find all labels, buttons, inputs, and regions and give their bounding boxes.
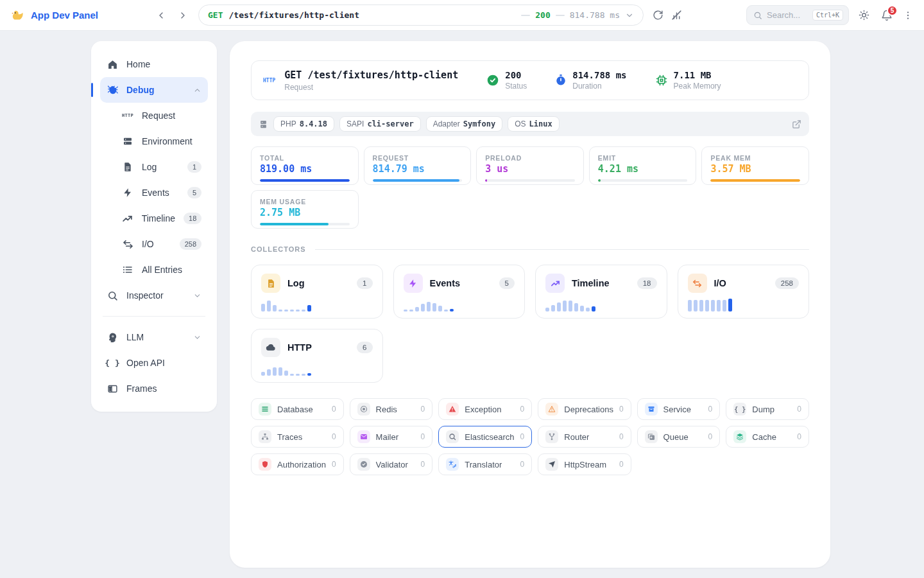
- collector-name: Log: [287, 278, 305, 288]
- pill-database[interactable]: Database 0: [251, 398, 344, 420]
- collector-name: Timeline: [572, 278, 610, 288]
- pill-mailer[interactable]: Mailer 0: [350, 426, 433, 448]
- top-bar: App Dev Panel GET /test/fixtures/http-cl…: [0, 0, 924, 31]
- environment-bar: PHP8.4.18 SAPIcli-server AdapterSymfony …: [251, 112, 809, 136]
- file-text-icon: [122, 162, 133, 172]
- pill-authorization[interactable]: Authorization 0: [251, 453, 344, 475]
- sidebar-badge: 1: [187, 161, 201, 173]
- pill-service[interactable]: Service 0: [637, 398, 721, 420]
- sidebar-item-llm[interactable]: LLM: [100, 324, 208, 350]
- sidebar-item-timeline[interactable]: Timeline 18: [100, 206, 208, 231]
- pill-deprecations[interactable]: Deprecations 0: [538, 398, 631, 420]
- pill-elasticsearch[interactable]: Elasticsearch 0: [438, 426, 532, 448]
- pill-redis[interactable]: Redis 0: [350, 398, 433, 420]
- warning-triangle-icon: [446, 403, 459, 416]
- sidebar-item-request[interactable]: HTTP Request: [100, 103, 208, 128]
- live-updates-off-icon[interactable]: [671, 10, 682, 21]
- sidebar-item-events[interactable]: Events 5: [100, 180, 208, 206]
- metric-label: PRELOAD: [485, 154, 575, 162]
- metric-label: MEM USAGE: [260, 198, 350, 206]
- collector-card-timeline[interactable]: Timeline 18: [535, 265, 667, 319]
- warning-triangle-outline-icon: [545, 403, 558, 416]
- sidebar-item-debug[interactable]: Debug: [100, 77, 208, 103]
- server-icon: [259, 119, 268, 129]
- pill-dump[interactable]: { } Dump 0: [726, 398, 809, 420]
- arrows-left-right-icon: [688, 274, 707, 293]
- collector-card-log[interactable]: Log 1: [251, 265, 383, 319]
- kebab-menu-icon[interactable]: [903, 10, 913, 21]
- env-pill-adapter: AdapterSymfony: [426, 116, 503, 132]
- metric-label: PEAK MEM: [710, 154, 800, 162]
- metric-label: REQUEST: [373, 154, 463, 162]
- sidebar-item-label: Home: [126, 59, 150, 69]
- check-circle-icon: [357, 458, 370, 471]
- file-text-icon: [261, 274, 280, 293]
- search-input[interactable]: Search... Ctrl+K: [746, 5, 849, 25]
- sidebar-badge: 18: [184, 213, 201, 224]
- metric-value: 3 us: [485, 163, 575, 175]
- lightning-icon: [122, 188, 133, 198]
- sidebar-item-all-entries[interactable]: All Entries: [100, 257, 208, 283]
- sidebar-item-label: LLM: [126, 332, 144, 342]
- sidebar-item-inspector[interactable]: Inspector: [100, 283, 208, 308]
- theme-toggle-sun-icon[interactable]: [859, 10, 869, 21]
- sidebar-divider: [103, 316, 205, 317]
- chevron-down-icon: [193, 292, 201, 300]
- app-logo[interactable]: App Dev Panel: [11, 8, 152, 22]
- pill-translator[interactable]: Translator 0: [438, 453, 532, 475]
- metric-total: TOTAL 819.00 ms: [251, 146, 359, 185]
- trending-up-icon: [122, 213, 133, 224]
- sidebar-item-open-api[interactable]: { } Open API: [100, 350, 208, 376]
- database-icon: [259, 403, 271, 416]
- metric-emit: EMIT 4.21 ms: [589, 146, 697, 185]
- nav-back-button[interactable]: [152, 6, 170, 24]
- sidebar-item-log[interactable]: Log 1: [100, 154, 208, 180]
- sidebar-item-label: Frames: [126, 383, 157, 394]
- pill-cache[interactable]: Cache 0: [726, 426, 809, 448]
- chevron-down-icon[interactable]: [625, 11, 634, 20]
- collector-card-io[interactable]: I/O 258: [678, 265, 810, 319]
- duration-label: Duration: [572, 82, 626, 91]
- external-link-icon[interactable]: [792, 119, 801, 129]
- request-title: GET /test/fixtures/http-client: [284, 69, 458, 81]
- metric-value: 4.21 ms: [598, 163, 688, 175]
- route-fork-icon: [545, 430, 558, 443]
- pill-validator[interactable]: Validator 0: [350, 453, 433, 475]
- metric-value: 3.57 MB: [710, 163, 800, 175]
- pill-queue[interactable]: Queue 0: [637, 426, 721, 448]
- disc-icon: [357, 403, 370, 416]
- url-bar[interactable]: GET /test/fixtures/http-client 200 814.7…: [198, 4, 644, 26]
- sidebar-item-label: Open API: [126, 358, 165, 368]
- request-path: /test/fixtures/http-client: [228, 10, 359, 20]
- layers-icon: [733, 430, 746, 443]
- collector-count-badge: 18: [637, 277, 657, 289]
- notifications-bell-icon[interactable]: 5: [881, 10, 893, 21]
- server-icon: [122, 136, 133, 146]
- sidebar-item-label: Request: [142, 110, 175, 121]
- refresh-icon[interactable]: [653, 10, 663, 21]
- sidebar-item-home[interactable]: Home: [100, 51, 208, 77]
- progress-bar: [260, 179, 350, 182]
- collector-card-http[interactable]: HTTP 6: [251, 329, 383, 383]
- collector-count-badge: 6: [357, 342, 372, 353]
- sidebar-item-io[interactable]: I/O 258: [100, 231, 208, 257]
- pill-traces[interactable]: Traces 0: [251, 426, 344, 448]
- sidebar-item-label: Log: [142, 162, 157, 172]
- metric-peak-mem: PEAK MEM 3.57 MB: [701, 146, 809, 185]
- env-pill-php: PHP8.4.18: [273, 116, 334, 132]
- pill-httpstream[interactable]: HttpStream 0: [538, 453, 631, 475]
- arrows-left-right-icon: [122, 239, 133, 250]
- collectors-title: COLLECTORS: [251, 245, 306, 253]
- nav-forward-button[interactable]: [174, 6, 192, 24]
- pill-router[interactable]: Router 0: [538, 426, 631, 448]
- paper-plane-icon: [545, 458, 558, 471]
- braces-icon: { }: [107, 358, 118, 368]
- sidebar-item-environment[interactable]: Environment: [100, 128, 208, 154]
- memory-value: 7.11 MB: [674, 70, 721, 80]
- pill-exception[interactable]: Exception 0: [438, 398, 532, 420]
- collector-count-badge: 1: [357, 277, 372, 289]
- sidebar-item-frames[interactable]: Frames: [100, 376, 208, 401]
- bug-icon: [107, 85, 118, 96]
- env-pill-os: OSLinux: [508, 116, 559, 132]
- collector-card-events[interactable]: Events 5: [393, 265, 526, 319]
